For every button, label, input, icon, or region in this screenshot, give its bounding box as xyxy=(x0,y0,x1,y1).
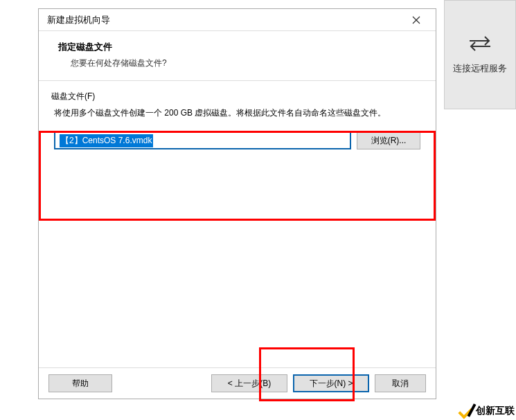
wizard-body: 磁盘文件(F) 将使用多个磁盘文件创建一个 200 GB 虚拟磁盘。将根据此文件… xyxy=(39,80,436,368)
next-button[interactable]: 下一步(N) > xyxy=(293,374,369,392)
disk-file-input[interactable]: 【2】CentsOS 7.6.vmdk xyxy=(54,131,351,149)
cancel-button[interactable]: 取消 xyxy=(375,374,426,392)
close-icon xyxy=(412,16,420,24)
file-input-row: 【2】CentsOS 7.6.vmdk 浏览(R)... xyxy=(54,131,420,149)
wizard-header: 指定磁盘文件 您要在何处存储磁盘文件? xyxy=(39,31,436,80)
side-panel-remote[interactable]: 连接远程服务 xyxy=(444,0,516,109)
new-vm-wizard-dialog: 新建虚拟机向导 指定磁盘文件 您要在何处存储磁盘文件? 磁盘文件(F) 将使用多… xyxy=(38,8,436,399)
close-button[interactable] xyxy=(402,10,430,30)
check-logo-icon xyxy=(458,403,473,419)
brand-logo: 创新互联 xyxy=(458,403,515,419)
titlebar: 新建虚拟机向导 xyxy=(39,9,436,31)
browse-button[interactable]: 浏览(R)... xyxy=(357,131,420,149)
help-button[interactable]: 帮助 xyxy=(48,374,112,392)
side-panel-label: 连接远程服务 xyxy=(453,62,507,75)
dialog-title: 新建虚拟机向导 xyxy=(47,14,110,26)
brand-text: 创新互联 xyxy=(476,405,515,417)
swap-arrows-icon xyxy=(468,35,492,54)
disk-file-description: 将使用多个磁盘文件创建一个 200 GB 虚拟磁盘。将根据此文件名自动命名这些磁… xyxy=(54,107,420,119)
wizard-step-title: 指定磁盘文件 xyxy=(58,41,427,53)
wizard-step-subtitle: 您要在何处存储磁盘文件? xyxy=(71,57,427,69)
disk-file-value: 【2】CentsOS 7.6.vmdk xyxy=(60,134,153,147)
back-button[interactable]: < 上一步(B) xyxy=(211,374,287,392)
disk-file-label: 磁盘文件(F) xyxy=(51,91,423,102)
wizard-footer: 帮助 < 上一步(B) 下一步(N) > 取消 xyxy=(39,368,436,399)
